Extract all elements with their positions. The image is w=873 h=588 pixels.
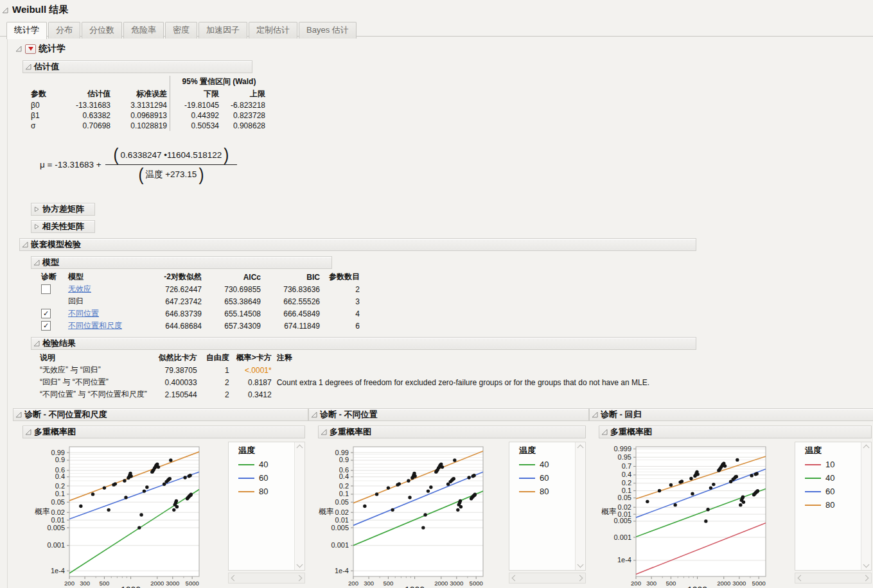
tab-density[interactable]: 密度 [165, 22, 197, 39]
disclosure-collapsed-icon[interactable] [33, 206, 40, 212]
vertical-scrollbar[interactable] [575, 442, 585, 570]
svg-text:0.1: 0.1 [622, 487, 631, 494]
chevron-right-icon[interactable] [296, 575, 303, 582]
chevron-left-icon[interactable] [231, 575, 238, 582]
value-cell: 0.63382 [67, 110, 113, 121]
disclosure-expanded-icon[interactable] [25, 64, 31, 70]
svg-text:5000: 5000 [470, 580, 483, 587]
spacer-cell [28, 76, 170, 88]
value-cell: 0.0968913 [113, 110, 170, 121]
diagnostic-section-header[interactable]: 诊断 - 回归 [589, 408, 873, 421]
chevron-down-icon[interactable] [297, 562, 303, 568]
diagnostic-panel: 诊断 - 不同位置多重概率图0.990.90.60.40.20.10.050.0… [308, 408, 586, 588]
legend-scroll-pane[interactable]: 温度10406080 [795, 442, 872, 571]
red-triangle-menu-icon[interactable] [25, 44, 36, 54]
vertical-scrollbar[interactable] [294, 442, 304, 570]
model-link[interactable]: 不同位置和尺度 [68, 321, 122, 330]
disclosure-expanded-icon[interactable] [25, 429, 31, 435]
model-link[interactable]: 无效应 [68, 284, 91, 293]
model-link[interactable]: 不同位置 [68, 309, 99, 318]
correlation-matrix-header[interactable]: 相关性矩阵 [31, 220, 95, 233]
chevron-down-icon[interactable] [578, 562, 584, 568]
checkbox-checked[interactable]: ✓ [41, 309, 51, 318]
svg-text:0.1: 0.1 [339, 490, 349, 497]
disclosure-expanded-icon[interactable] [15, 411, 22, 418]
chevron-down-icon[interactable] [863, 562, 870, 568]
covariance-matrix-header[interactable]: 协方差矩阵 [31, 203, 95, 216]
diagnostic-cell [39, 295, 66, 307]
probability-plot[interactable]: 0.9990.950.70.40.20.10.050.020.010.0050.… [596, 442, 788, 588]
value-cell: 3.3131294 [113, 100, 170, 110]
legend: 温度406080 [229, 442, 304, 498]
tab-acceleration-factor[interactable]: 加速因子 [198, 22, 247, 39]
formula-denominator: 温度 +273.15 [145, 169, 197, 180]
svg-text:500: 500 [383, 580, 393, 587]
tests-header-row: 说明似然比卡方自由度概率>卡方注释 [37, 352, 652, 364]
plot-row: 0.990.90.60.40.20.10.050.020.010.0050.00… [13, 442, 305, 588]
probability-plot[interactable]: 0.990.90.60.40.20.10.050.020.010.0050.00… [30, 442, 222, 588]
multiple-probability-plot-title: 多重概率图 [34, 426, 76, 438]
checkbox-unchecked[interactable] [41, 284, 51, 294]
legend-scroll-pane[interactable]: 温度406080 [509, 442, 586, 571]
diagnostic-cell: ✓ [39, 320, 66, 332]
nested-model-test-header[interactable]: 嵌套模型检验 [19, 238, 696, 251]
col-header: AICc [204, 271, 263, 283]
svg-text:500: 500 [99, 580, 109, 587]
chevron-up-icon[interactable] [297, 445, 303, 451]
test-results-header[interactable]: 检验结果 [31, 337, 696, 350]
statistics-section-header: 统计学 [15, 43, 873, 55]
horizontal-scrollbar[interactable] [228, 573, 305, 584]
multiple-probability-plot-header[interactable]: 多重概率图 [22, 426, 305, 438]
multiple-probability-plot-header[interactable]: 多重概率图 [318, 426, 586, 438]
tests-row: “无效应” 与 “回归”79.387051<.0001* [37, 364, 652, 376]
probability-plot[interactable]: 0.990.90.60.40.20.10.050.020.010.0050.00… [313, 442, 502, 588]
disclosure-collapsed-icon[interactable] [33, 223, 40, 230]
multiple-probability-plot-header[interactable]: 多重概率图 [599, 426, 872, 438]
parameter-name: β0 [28, 100, 67, 110]
legend-scroll-pane[interactable]: 温度406080 [228, 442, 305, 571]
disclosure-expanded-icon[interactable] [592, 411, 598, 418]
estimates-header[interactable]: 估计值 [22, 60, 252, 73]
horizontal-scrollbar[interactable] [795, 573, 872, 584]
model-table: 诊断模型-2对数似然AICcBIC参数数目 无效应726.62447730.69… [39, 271, 362, 332]
disclosure-expanded-icon[interactable] [321, 429, 327, 435]
disclosure-expanded-icon[interactable] [2, 7, 8, 13]
model-name-cell: 无效应 [66, 283, 143, 295]
svg-text:0.01: 0.01 [51, 516, 65, 524]
multiple-probability-plot-title: 多重概率图 [610, 426, 652, 438]
tab-distribution[interactable]: 分布 [48, 22, 80, 39]
disclosure-expanded-icon[interactable] [311, 411, 317, 418]
chevron-left-icon[interactable] [798, 575, 804, 582]
chevron-up-icon[interactable] [863, 445, 870, 451]
disclosure-expanded-icon[interactable] [15, 46, 22, 52]
chevron-right-icon[interactable] [577, 575, 583, 582]
legend: 温度10406080 [795, 442, 871, 512]
chevron-right-icon[interactable] [863, 575, 869, 582]
tab-custom-estimate[interactable]: 定制估计 [249, 22, 297, 39]
legend-entry-label: 40 [825, 473, 834, 483]
disclosure-expanded-icon[interactable] [601, 429, 608, 435]
tab-statistics[interactable]: 统计学 [6, 22, 47, 39]
tab-quantiles[interactable]: 分位数 [82, 22, 122, 39]
horizontal-scrollbar[interactable] [509, 573, 586, 584]
col-header: 上限 [222, 88, 268, 100]
model-header[interactable]: 模型 [31, 256, 332, 269]
svg-text:200: 200 [631, 580, 641, 587]
value-cell: 0.44392 [170, 110, 222, 121]
disclosure-expanded-icon[interactable] [22, 241, 28, 248]
vertical-scrollbar[interactable] [861, 442, 871, 570]
diagnostic-section-header[interactable]: 诊断 - 不同位置和尺度 [13, 408, 308, 421]
tab-hazard[interactable]: 危险率 [123, 22, 164, 39]
chevron-left-icon[interactable] [512, 575, 518, 582]
tab-bayes-estimate[interactable]: Bayes 估计 [299, 22, 357, 39]
svg-text:0.2: 0.2 [55, 482, 65, 490]
disclosure-expanded-icon[interactable] [33, 259, 40, 266]
disclosure-expanded-icon[interactable] [33, 340, 40, 347]
checkbox-checked[interactable]: ✓ [41, 321, 51, 331]
diagnostic-section-header[interactable]: 诊断 - 不同位置 [308, 408, 589, 421]
model-title: 模型 [42, 257, 59, 268]
parameter-name: β1 [28, 110, 67, 121]
ci-header: 95% 置信区间 (Wald) [170, 76, 269, 88]
chevron-up-icon[interactable] [578, 445, 584, 451]
svg-text:1e-4: 1e-4 [335, 567, 349, 575]
